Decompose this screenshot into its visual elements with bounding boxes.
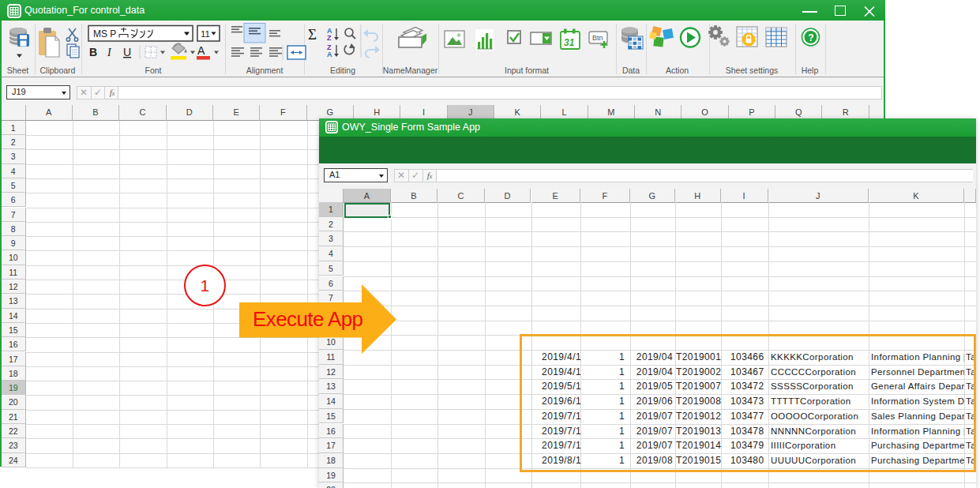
svg-text:I: I <box>107 47 112 58</box>
svg-text:Z: Z <box>327 34 332 42</box>
svg-text:MS P: MS P <box>93 28 116 39</box>
svg-text:?: ? <box>808 32 813 43</box>
svg-text:Σ: Σ <box>308 26 317 43</box>
svg-text:11: 11 <box>201 29 210 39</box>
svg-text:31: 31 <box>564 37 575 48</box>
svg-text:B: B <box>89 46 97 58</box>
svg-text:A: A <box>327 51 332 58</box>
svg-text:Btn: Btn <box>592 34 603 42</box>
svg-text:U: U <box>123 46 131 58</box>
svg-text:A: A <box>197 44 205 57</box>
